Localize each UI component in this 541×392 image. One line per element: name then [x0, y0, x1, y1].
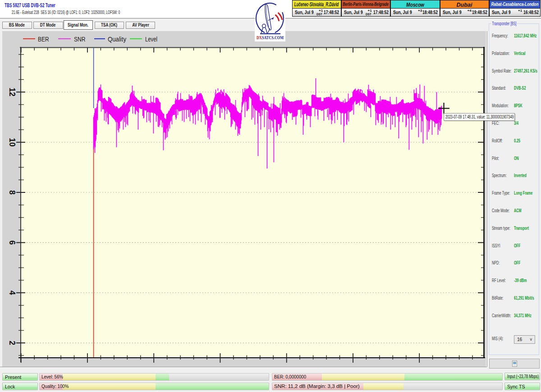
svg-text:6: 6	[8, 241, 17, 245]
svg-text:2: 2	[8, 341, 17, 345]
svg-text:Quality: Quality	[108, 35, 126, 43]
svg-text:BER: BER	[38, 35, 49, 43]
svg-text:DXSATCS.COM: DXSATCS.COM	[257, 35, 284, 40]
svg-text:Level: Level	[145, 35, 157, 43]
svg-text:8: 8	[8, 190, 17, 195]
svg-text:SNR: SNR	[74, 35, 86, 43]
svg-text:10: 10	[8, 138, 17, 147]
svg-text:12: 12	[8, 88, 17, 97]
svg-text:4: 4	[8, 291, 17, 295]
